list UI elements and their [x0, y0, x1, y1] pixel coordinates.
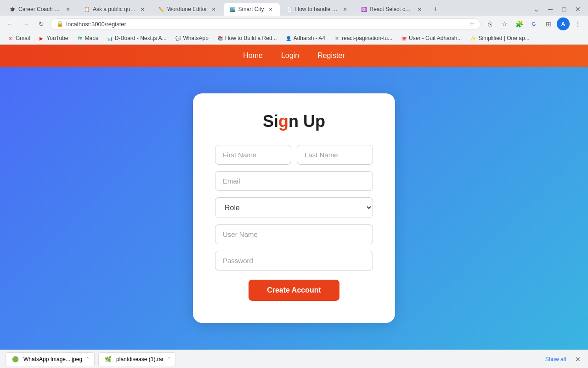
tab-close-6[interactable]: ✕: [416, 6, 423, 13]
create-account-button[interactable]: Create Account: [249, 280, 339, 301]
tab-close-4[interactable]: ✕: [267, 6, 274, 13]
browser-chrome: 🎓 Career Coach Dub ✕ 📋 Ask a public ques…: [0, 0, 588, 45]
download-chevron-1[interactable]: ⌃: [86, 356, 90, 362]
bookmark-pagination[interactable]: ⚛ react-pagination-tu...: [330, 34, 396, 43]
form-title: Sign Up: [215, 112, 373, 131]
bookmark-label-user-guit: User - Guit Adharsh...: [409, 35, 462, 41]
reload-button[interactable]: ↻: [35, 17, 48, 30]
title-sign: Si: [263, 112, 278, 131]
nav-register[interactable]: Register: [317, 52, 345, 60]
signup-form-card: Sign Up Role Student Teacher: [193, 93, 395, 323]
tab-label-1: Career Coach Dub: [18, 6, 62, 12]
tab-label-6: React Select comp...: [370, 6, 413, 12]
role-select[interactable]: Role Student Teacher Admin: [215, 197, 373, 218]
title-nup: n Up: [288, 112, 325, 131]
tab-smart-city[interactable]: 🏙️ Smart City ✕: [224, 3, 280, 16]
username-input[interactable]: [215, 224, 373, 244]
dboard-favicon: 📊: [107, 35, 113, 41]
pagination-favicon: ⚛: [334, 35, 340, 41]
minimize-button[interactable]: ─: [544, 3, 557, 16]
tab-wordtune[interactable]: ✏️ Wordtune Editor ✕: [153, 3, 223, 16]
whatsapp-download-icon: 🟢: [11, 355, 20, 364]
tab-label-4: Smart City: [238, 6, 264, 12]
menu-icon[interactable]: ⋮: [571, 17, 584, 30]
email-input[interactable]: [215, 171, 373, 191]
tab-favicon-3: ✏️: [158, 6, 164, 12]
star-icon[interactable]: ☆: [469, 21, 475, 27]
tab-favicon-6: ⚛️: [361, 6, 367, 12]
tab-handle-nav[interactable]: 📄 How to handle na... ✕: [281, 3, 354, 16]
bookmark-whatsapp[interactable]: 💬 WhatsApp: [171, 34, 212, 43]
bookmark-label-whatsapp: WhatsApp: [183, 35, 209, 41]
extension-icon[interactable]: 🧩: [513, 17, 526, 30]
grammarly-icon[interactable]: G: [527, 17, 540, 30]
download-name-whatsapp: WhatsApp Image....jpeg: [23, 356, 82, 362]
download-bar: 🟢 WhatsApp Image....jpeg ⌃ 🌿 plantdiseas…: [0, 350, 588, 368]
last-name-input[interactable]: [297, 145, 373, 165]
close-download-bar-button[interactable]: ✕: [573, 354, 582, 365]
close-window-button[interactable]: ✕: [571, 3, 584, 16]
bookmark-label-youtube: YouTube: [46, 35, 68, 41]
tab-close-2[interactable]: ✕: [139, 6, 146, 13]
howto-favicon: 📚: [217, 35, 223, 41]
tab-label-3: Wordtune Editor: [167, 6, 207, 12]
sidebar-icon[interactable]: ⊞: [542, 17, 555, 30]
cast-icon[interactable]: ⎘: [483, 17, 496, 30]
tab-favicon-4: 🏙️: [229, 6, 236, 12]
bookmark-simplified[interactable]: ✨ Simplified | One ap...: [466, 34, 533, 43]
expand-tabs-button[interactable]: ⌄: [530, 3, 543, 16]
tab-react-select[interactable]: ⚛️ React Select comp... ✕: [355, 3, 429, 16]
github-favicon: 🐙: [401, 35, 407, 41]
forward-button[interactable]: →: [19, 17, 32, 30]
password-input[interactable]: [215, 251, 373, 270]
lock-icon: 🔒: [57, 21, 63, 27]
bookmark-maps[interactable]: 🗺 Maps: [73, 34, 102, 43]
maps-favicon: 🗺: [77, 35, 83, 41]
bookmark-youtube[interactable]: ▶ YouTube: [34, 34, 72, 43]
bookmark-label-pagination: react-pagination-tu...: [342, 35, 392, 41]
toolbar-right: ⎘ ☆ 🧩 G ⊞ A ⋮: [483, 17, 584, 30]
maximize-button[interactable]: □: [558, 3, 571, 16]
tab-label-5: How to handle na...: [295, 6, 339, 12]
bookmark-label-simplified: Simplified | One ap...: [478, 35, 529, 41]
tab-favicon-5: 📄: [286, 6, 293, 12]
first-name-input[interactable]: [215, 145, 291, 165]
plantdisease-download-icon: 🌿: [103, 355, 113, 364]
bookmark-label-dboard: D-Board - Next.js A...: [115, 35, 167, 41]
adharsh-favicon: 👤: [285, 35, 292, 41]
bookmark-dboard[interactable]: 📊 D-Board - Next.js A...: [103, 34, 170, 43]
tab-favicon-1: 🎓: [9, 6, 16, 12]
main-content: Sign Up Role Student Teacher: [0, 67, 588, 350]
bookmark-label-adharsh: Adharsh - A4: [294, 35, 325, 41]
tab-close-3[interactable]: ✕: [210, 6, 217, 13]
email-group: [215, 171, 373, 191]
tab-ask-public[interactable]: 📋 Ask a public ques... ✕: [78, 3, 152, 16]
nav-login[interactable]: Login: [281, 52, 299, 60]
tab-close-5[interactable]: ✕: [341, 6, 349, 13]
simplified-favicon: ✨: [470, 35, 476, 41]
address-bar[interactable]: 🔒 localhost:3000/register ☆: [51, 18, 481, 30]
profile-avatar[interactable]: A: [557, 17, 570, 30]
download-name-plantdisease: plantdisease (1).rar: [116, 356, 164, 362]
download-item-plantdisease[interactable]: 🌿 plantdisease (1).rar ⌃: [98, 352, 176, 366]
browser-titlebar: 🎓 Career Coach Dub ✕ 📋 Ask a public ques…: [0, 0, 588, 16]
tab-close-1[interactable]: ✕: [64, 6, 72, 13]
name-row: [215, 145, 373, 165]
bookmark-user-guit[interactable]: 🐙 User - Guit Adharsh...: [397, 34, 465, 43]
window-controls: ⌄ ─ □ ✕: [530, 3, 584, 16]
download-chevron-2[interactable]: ⌃: [167, 356, 171, 362]
username-group: [215, 224, 373, 244]
bookmark-howto[interactable]: 📚 How to Build a Red...: [213, 34, 281, 43]
show-all-button[interactable]: Show all: [542, 354, 570, 364]
download-item-whatsapp[interactable]: 🟢 WhatsApp Image....jpeg ⌃: [6, 352, 95, 366]
youtube-favicon: ▶: [38, 35, 45, 41]
new-tab-button[interactable]: +: [430, 3, 442, 16]
nav-home[interactable]: Home: [243, 52, 263, 60]
bookmark-gmail[interactable]: ✉ Gmail: [4, 34, 34, 43]
bookmark-adharsh[interactable]: 👤 Adharsh - A4: [282, 34, 329, 43]
bookmark-icon[interactable]: ☆: [498, 17, 511, 30]
back-button[interactable]: ←: [4, 17, 17, 30]
tab-career-coach[interactable]: 🎓 Career Coach Dub ✕: [4, 3, 77, 16]
tab-favicon-2: 📋: [84, 6, 90, 12]
gmail-favicon: ✉: [7, 35, 14, 41]
